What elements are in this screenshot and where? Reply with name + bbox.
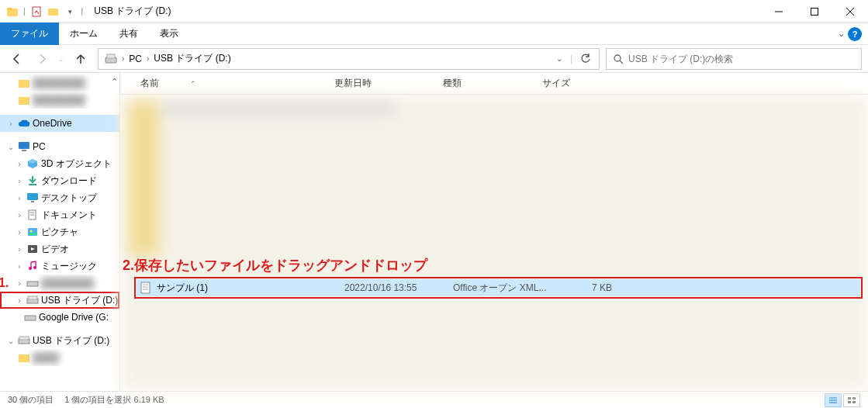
svg-rect-41 — [848, 397, 851, 399]
address-dropdown-icon[interactable]: ⌄ — [552, 54, 567, 63]
file-name: サンプル (1) — [157, 282, 344, 295]
chevron-right-icon[interactable]: › — [15, 228, 24, 237]
refresh-button[interactable] — [576, 54, 596, 64]
file-type: Office オープン XML... — [453, 282, 573, 295]
column-size[interactable]: サイズ — [530, 77, 576, 90]
tab-home[interactable]: ホーム — [59, 22, 109, 45]
tree-item-videos[interactable]: › ビデオ — [0, 240, 119, 258]
tab-share[interactable]: 共有 — [109, 22, 149, 45]
svg-rect-42 — [852, 397, 856, 399]
column-headers: 名前 ⌃ 更新日時 種類 サイズ — [120, 73, 868, 95]
window-title: USB ドライブ (D:) — [94, 5, 171, 18]
folder-icon — [6, 5, 19, 18]
tree-item-blurred[interactable]: ████████ — [0, 92, 119, 109]
chevron-right-icon[interactable]: › — [15, 211, 24, 220]
svg-rect-15 — [22, 150, 26, 151]
tree-item-music[interactable]: › ミュージック — [0, 258, 119, 275]
chevron-right-icon[interactable]: › — [15, 160, 24, 168]
search-icon — [613, 54, 624, 64]
tab-file[interactable]: ファイル — [0, 22, 59, 45]
new-folder-icon[interactable] — [47, 5, 60, 18]
file-size: 7 KB — [573, 282, 612, 293]
qat-dropdown-icon[interactable]: ▾ — [64, 5, 77, 18]
chevron-right-icon[interactable]: › — [120, 54, 126, 63]
search-box[interactable] — [606, 48, 862, 70]
up-button[interactable] — [70, 48, 92, 70]
tree-item-onedrive[interactable]: › OneDrive — [0, 115, 119, 132]
svg-point-10 — [614, 55, 621, 61]
close-button[interactable] — [832, 0, 868, 23]
help-button[interactable]: ? — [848, 27, 862, 41]
main-area: ████████ ⌃ ████████ › OneDrive ⌄ PC — [0, 73, 868, 391]
svg-rect-30 — [25, 316, 36, 320]
ribbon-collapse-icon[interactable]: ⌄ — [838, 29, 845, 39]
qat-separator2: | — [81, 7, 84, 16]
usb-drive-icon — [18, 334, 30, 347]
svg-point-25 — [29, 267, 32, 270]
tree-item-blurred[interactable]: ████ — [0, 349, 119, 366]
tree-item-pictures[interactable]: › ピクチャ — [0, 223, 119, 240]
tree-item-downloads[interactable]: › ダウンロード — [0, 172, 119, 189]
chevron-down-icon[interactable]: ⌄ — [6, 337, 16, 345]
tree-item-documents[interactable]: › ドキュメント — [0, 206, 119, 223]
chevron-right-icon[interactable]: › — [15, 194, 24, 202]
nav-tree[interactable]: ████████ ⌃ ████████ › OneDrive ⌄ PC — [0, 73, 120, 391]
tree-item-usb-drive[interactable]: › USB ドライブ (D:) — [0, 292, 119, 309]
search-input[interactable] — [628, 54, 855, 64]
tree-item-3dobjects[interactable]: › 3D オブジェクト — [0, 155, 119, 172]
chevron-right-icon[interactable]: › — [15, 279, 24, 288]
recent-dropdown-icon[interactable]: ⌄ — [56, 48, 67, 70]
chevron-down-icon[interactable]: ⌄ — [6, 143, 16, 151]
tree-item-desktop[interactable]: › デスクトップ — [0, 189, 119, 206]
svg-rect-44 — [852, 401, 856, 403]
tree-item-google-drive[interactable]: Google Drive (G: — [0, 309, 119, 326]
svg-rect-5 — [811, 8, 818, 15]
file-list[interactable] — [120, 95, 868, 391]
documents-icon — [26, 209, 39, 221]
videos-icon — [26, 243, 39, 255]
file-date: 2022/10/16 13:55 — [344, 282, 453, 293]
tab-view[interactable]: 表示 — [149, 22, 189, 45]
chevron-right-icon[interactable]: › — [15, 245, 24, 254]
breadcrumb-drive[interactable]: USB ドライブ (D:) — [150, 52, 233, 65]
chevron-right-icon[interactable]: › — [6, 119, 16, 128]
forward-button[interactable] — [31, 48, 53, 70]
nav-bar: ⌄ › PC › USB ドライブ (D:) ⌄ | — [0, 45, 868, 73]
chevron-right-icon[interactable]: › — [15, 177, 24, 185]
status-selection: 1 個の項目を選択 6.19 KB — [64, 394, 164, 406]
tree-label: ビデオ — [41, 243, 69, 256]
column-date[interactable]: 更新日時 — [328, 77, 437, 90]
view-icons-button[interactable] — [843, 393, 860, 407]
pictures-icon — [26, 226, 39, 238]
qat-separator: | — [23, 7, 26, 16]
properties-icon[interactable] — [30, 5, 43, 18]
usb-drive-icon — [26, 294, 39, 306]
minimize-button[interactable] — [761, 0, 797, 23]
3d-objects-icon — [26, 157, 39, 170]
chevron-right-icon[interactable]: › — [145, 54, 150, 63]
back-button[interactable] — [6, 48, 28, 70]
breadcrumb-pc[interactable]: PC — [126, 54, 145, 64]
chevron-right-icon[interactable]: › — [15, 262, 24, 271]
view-details-button[interactable] — [825, 393, 842, 407]
column-type[interactable]: 種類 — [437, 77, 530, 90]
maximize-button[interactable] — [797, 0, 832, 23]
chevron-right-icon[interactable]: › — [15, 296, 24, 305]
status-item-count: 30 個の項目 — [8, 394, 54, 406]
annotation-text-2: 2.保存したいファイルをドラッグアンドドロップ — [123, 256, 427, 275]
tree-label: ドキュメント — [41, 209, 97, 222]
tree-item-blurred[interactable]: ████████ ⌃ — [0, 74, 119, 92]
address-bar[interactable]: › PC › USB ドライブ (D:) ⌄ | — [98, 48, 600, 70]
svg-rect-14 — [19, 142, 29, 149]
tree-label: ミュージック — [41, 260, 97, 273]
file-row-selected[interactable]: サンプル (1) 2022/10/16 13:55 Office オープン XM… — [137, 279, 860, 296]
tree-item-blurred-drive[interactable]: 1. › ████████ — [0, 275, 119, 292]
tree-item-usb-drive-root[interactable]: ⌄ USB ドライブ (D:) — [0, 332, 119, 349]
content-area: 名前 ⌃ 更新日時 種類 サイズ — [120, 73, 868, 391]
tree-item-pc[interactable]: ⌄ PC — [0, 138, 119, 155]
document-icon — [140, 282, 152, 294]
tree-label: OneDrive — [33, 118, 72, 129]
column-name[interactable]: 名前 ⌃ — [134, 77, 328, 90]
tree-label: USB ドライブ (D:) — [33, 334, 109, 347]
scroll-up-icon[interactable]: ⌃ — [111, 77, 118, 87]
